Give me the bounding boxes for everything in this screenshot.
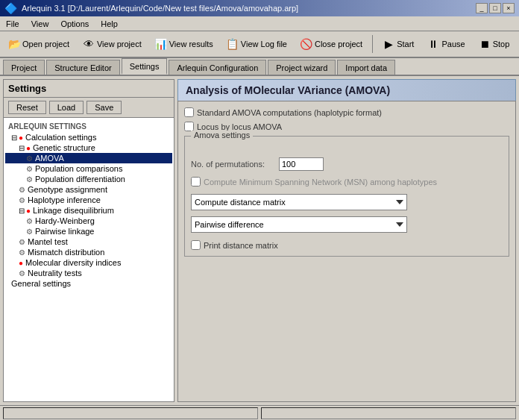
pause-button[interactable]: ⏸ Pause (422, 34, 470, 54)
pairwise-difference-dropdown[interactable]: Pairwise difference (191, 216, 407, 233)
close-project-icon: 🚫 (301, 38, 312, 50)
tree-amova[interactable]: ⚙ AMOVA (5, 153, 172, 163)
view-log-button[interactable]: 📋 View Log file (221, 34, 292, 54)
dropdown1-row: Compute distance matrix (191, 194, 503, 210)
save-button[interactable]: Save (86, 101, 122, 114)
tree-molecular-diversity[interactable]: ● Molecular diversity indices (5, 257, 172, 268)
bullet-icon: ● (19, 259, 23, 267)
status-segment-left (3, 407, 258, 419)
amova-settings-box: Amova settings No. of permutations: Comp… (184, 136, 509, 257)
tab-bar: Project Structure Editor Settings Arlequ… (0, 58, 519, 76)
bullet-icon: ● (26, 144, 31, 152)
minimize-button[interactable]: _ (476, 3, 488, 13)
tree-hardy-weinberg[interactable]: ⚙ Hardy-Weinberg (5, 216, 172, 226)
tree-neutrality-tests[interactable]: ⚙ Neutrality tests (5, 268, 172, 278)
tree-item-label: Linkage disequilibrium (33, 206, 114, 215)
tree-mantel-test[interactable]: ⚙ Mantel test (5, 236, 172, 247)
tree-population-differentiation[interactable]: ⚙ Population differentiation (5, 174, 172, 184)
close-project-button[interactable]: 🚫 Close project (295, 34, 368, 54)
stop-label: Stop (493, 40, 510, 48)
menu-help[interactable]: Help (98, 19, 121, 29)
tree-pairwise-linkage[interactable]: ⚙ Pairwise linkage (5, 226, 172, 236)
tree-item-label: AMOVA (35, 154, 64, 163)
tree-item-label: Population differentiation (35, 175, 125, 184)
menu-view[interactable]: View (28, 19, 52, 29)
tree-genetic-structure[interactable]: ⊟ ● Genetic structure (5, 142, 172, 153)
amova-content: Standard AMOVA computations (haplotypic … (177, 101, 516, 402)
tree-mismatch-distribution[interactable]: ⚙ Mismatch distribution (5, 247, 172, 257)
status-segment-right (261, 407, 516, 419)
tree-section-title: ARLEQUIN SETTINGS (5, 121, 172, 132)
amova-settings-legend: Amova settings (191, 131, 253, 140)
reset-button[interactable]: Reset (8, 101, 46, 114)
tree-linkage-disequilibrium[interactable]: ⊟ ● Linkage disequilibrium (5, 205, 172, 216)
tree-item-label: Calculation settings (25, 133, 96, 142)
tab-settings[interactable]: Settings (122, 58, 168, 75)
gear-icon: ⚙ (26, 217, 33, 225)
view-log-icon: 📋 (227, 38, 239, 50)
expand-icon: ⊟ (19, 207, 25, 215)
tree-item-label: Population comparisons (35, 164, 122, 173)
distance-matrix-dropdown[interactable]: Compute distance matrix (191, 194, 407, 210)
tree-item-label: Genotype assignment (28, 185, 107, 194)
dropdown2-row: Pairwise difference (191, 216, 503, 233)
permutations-row: No. of permutations: (191, 157, 503, 171)
tab-structure-editor[interactable]: Structure Editor (46, 60, 119, 75)
tree-haplotype-inference[interactable]: ⚙ Haplotype inference (5, 195, 172, 205)
view-project-label: View project (97, 40, 142, 48)
msn-row: Compute Minimum Spanning Network (MSN) a… (191, 177, 503, 187)
tab-project[interactable]: Project (3, 60, 45, 75)
menu-options[interactable]: Options (57, 19, 92, 29)
view-results-button[interactable]: 📊 View results (150, 34, 218, 54)
stop-button[interactable]: ⏹ Stop (474, 34, 515, 54)
tab-project-wizard[interactable]: Project wizard (268, 60, 336, 75)
standard-amova-checkbox[interactable] (184, 107, 194, 117)
load-button[interactable]: Load (49, 101, 84, 114)
view-results-icon: 📊 (155, 38, 167, 50)
gear-icon: ⚙ (26, 175, 33, 184)
tree-population-comparisons[interactable]: ⚙ Population comparisons (5, 163, 172, 174)
tree-item-label: General settings (11, 279, 71, 288)
gear-icon: ⚙ (19, 248, 25, 257)
print-distance-checkbox[interactable] (191, 240, 201, 250)
gear-icon: ⚙ (19, 186, 25, 194)
sidebar: Settings Reset Load Save ARLEQUIN SETTIN… (3, 79, 174, 402)
standard-amova-row: Standard AMOVA computations (haplotypic … (184, 107, 509, 117)
maximize-button[interactable]: □ (489, 3, 501, 13)
open-project-button[interactable]: 📂 Open project (3, 34, 75, 54)
gear-icon: ⚙ (26, 154, 33, 163)
view-log-label: View Log file (241, 40, 287, 48)
tab-arlequin-configuration[interactable]: Arlequin Configuration (169, 60, 266, 75)
tree-item-label: Genetic structure (33, 143, 95, 152)
gear-icon: ⚙ (19, 238, 25, 246)
toolbar: 📂 Open project 👁 View project 📊 View res… (0, 31, 519, 58)
bullet-icon: ● (19, 134, 23, 142)
close-project-label: Close project (315, 40, 362, 48)
status-bar (0, 405, 519, 420)
view-results-label: View results (169, 40, 213, 48)
menu-file[interactable]: File (3, 19, 22, 29)
toolbar-separator (372, 35, 373, 53)
open-icon: 📂 (8, 38, 20, 50)
close-button[interactable]: × (503, 3, 515, 13)
gear-icon: ⚙ (19, 269, 25, 278)
title-text: Arlequin 3.1 [D:/Laurent/Arlequin/Code/N… (22, 4, 298, 13)
start-button[interactable]: ▶ Start (377, 34, 419, 54)
gear-icon: ⚙ (19, 196, 25, 204)
right-panel: Analysis of MOlecular VAriance (AMOVA) S… (177, 79, 516, 402)
tree-item-label: Molecular diversity indices (25, 258, 121, 267)
msn-checkbox[interactable] (191, 177, 201, 187)
start-icon: ▶ (383, 38, 394, 50)
view-project-button[interactable]: 👁 View project (78, 34, 147, 54)
expand-icon: ⊟ (11, 134, 17, 142)
tree-item-label: Haplotype inference (28, 195, 101, 204)
tree-calculation-settings[interactable]: ⊟ ● Calculation settings (5, 132, 172, 142)
tree-genotype-assignment[interactable]: ⚙ Genotype assignment (5, 184, 172, 195)
permutations-input[interactable] (279, 157, 324, 171)
tree-item-label: Pairwise linkage (35, 227, 94, 236)
tree-general-settings[interactable]: General settings (5, 278, 172, 289)
tab-import-data[interactable]: Import data (337, 60, 395, 75)
start-label: Start (397, 40, 414, 48)
app-icon: 🔷 (4, 2, 17, 14)
title-bar: 🔷 Arlequin 3.1 [D:/Laurent/Arlequin/Code… (0, 0, 519, 16)
